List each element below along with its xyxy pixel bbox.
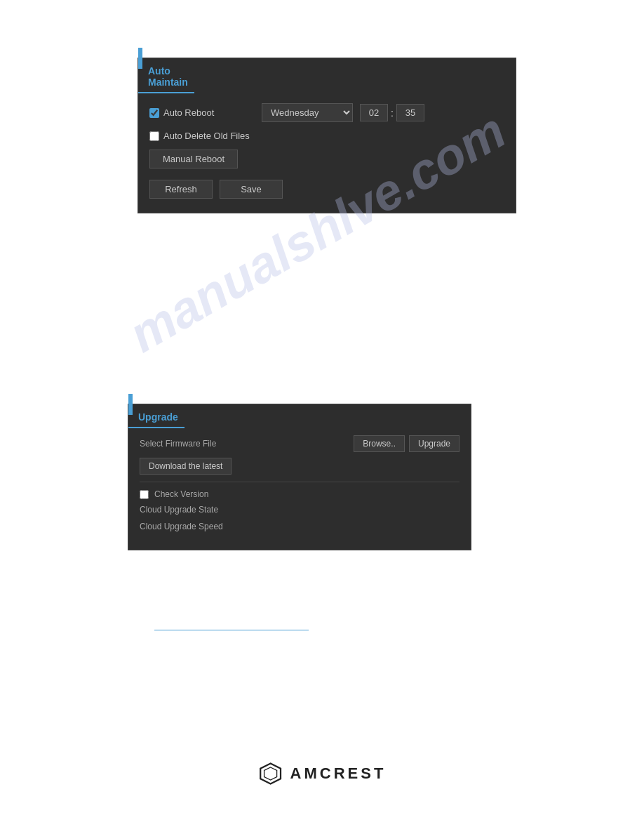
auto-delete-label[interactable]: Auto Delete Old Files [149, 131, 262, 141]
check-version-row: Check Version [140, 489, 459, 499]
auto-reboot-checkbox[interactable] [149, 108, 159, 118]
cloud-state-label: Cloud Upgrade State [140, 505, 231, 515]
auto-maintain-title: Auto Maintain [138, 58, 194, 93]
amcrest-logo-text: AMCREST [290, 764, 387, 783]
refresh-button[interactable]: Refresh [149, 180, 213, 199]
auto-maintain-panel: Auto Maintain Auto Reboot Sunday Monday … [137, 58, 516, 213]
check-version-label: Check Version [154, 489, 246, 499]
manual-reboot-button[interactable]: Manual Reboot [149, 150, 238, 168]
check-version-checkbox[interactable] [140, 490, 149, 499]
bottom-buttons-row: Refresh Save [149, 180, 504, 199]
upgrade-content: Select Firmware File Browse.. Upgrade Do… [128, 428, 471, 550]
auto-delete-checkbox[interactable] [149, 131, 159, 141]
bottom-divider-line [154, 630, 309, 630]
amcrest-logo: AMCREST [258, 761, 387, 786]
firmware-label: Select Firmware File [140, 439, 231, 449]
manual-reboot-row: Manual Reboot [149, 150, 504, 168]
amcrest-logo-icon [258, 761, 283, 786]
auto-reboot-row: Auto Reboot Sunday Monday Tuesday Wednes… [149, 103, 504, 122]
upgrade-button[interactable]: Upgrade [409, 435, 459, 452]
download-latest-row: Download the latest [140, 458, 459, 475]
download-latest-button[interactable]: Download the latest [140, 458, 232, 475]
hour-input[interactable] [360, 104, 388, 121]
divider [140, 482, 459, 482]
auto-maintain-content: Auto Reboot Sunday Monday Tuesday Wednes… [138, 93, 516, 213]
svg-marker-0 [260, 764, 281, 784]
save-button[interactable]: Save [220, 180, 283, 199]
firmware-buttons: Browse.. Upgrade [354, 435, 459, 452]
blue-accent-bar-upgrade [128, 394, 133, 415]
auto-delete-row: Auto Delete Old Files [149, 131, 504, 141]
firmware-row: Select Firmware File Browse.. Upgrade [140, 435, 459, 452]
blue-accent-bar [138, 48, 142, 69]
upgrade-title: Upgrade [128, 404, 185, 428]
upgrade-panel: Upgrade Select Firmware File Browse.. Up… [128, 404, 471, 550]
time-separator: : [391, 107, 394, 119]
browse-button[interactable]: Browse.. [354, 435, 405, 452]
auto-reboot-label[interactable]: Auto Reboot [149, 107, 262, 118]
svg-marker-1 [264, 767, 277, 780]
cloud-speed-row: Cloud Upgrade Speed [140, 522, 459, 531]
cloud-state-row: Cloud Upgrade State [140, 505, 459, 515]
cloud-speed-label: Cloud Upgrade Speed [140, 522, 231, 531]
minute-input[interactable] [396, 104, 424, 121]
day-select[interactable]: Sunday Monday Tuesday Wednesday Thursday… [262, 103, 353, 122]
